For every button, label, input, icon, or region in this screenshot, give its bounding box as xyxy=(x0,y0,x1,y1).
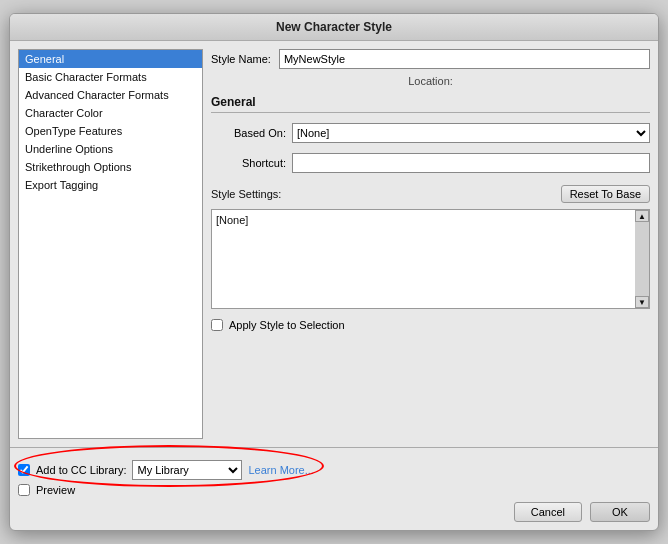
cc-library-row: Add to CC Library: My Library Learn More… xyxy=(18,456,650,484)
title-bar: New Character Style xyxy=(10,14,658,41)
dialog-body: General Basic Character Formats Advanced… xyxy=(10,41,658,447)
nav-list: General Basic Character Formats Advanced… xyxy=(18,49,203,439)
sidebar-item-basic-char-formats[interactable]: Basic Character Formats xyxy=(19,68,202,86)
sidebar-item-general[interactable]: General xyxy=(19,50,202,68)
apply-style-checkbox[interactable] xyxy=(211,319,223,331)
scroll-down-arrow[interactable]: ▼ xyxy=(635,296,649,308)
sidebar-item-advanced-char-formats[interactable]: Advanced Character Formats xyxy=(19,86,202,104)
sidebar-item-export-tagging[interactable]: Export Tagging xyxy=(19,176,202,194)
preview-label: Preview xyxy=(36,484,75,496)
style-settings-box: [None] ▲ ▼ xyxy=(211,209,650,309)
shortcut-input[interactable] xyxy=(292,153,650,173)
sidebar-item-character-color[interactable]: Character Color xyxy=(19,104,202,122)
left-panel: General Basic Character Formats Advanced… xyxy=(18,49,203,439)
bottom-section: Add to CC Library: My Library Learn More… xyxy=(10,447,658,496)
ok-button[interactable]: OK xyxy=(590,502,650,522)
dialog-title: New Character Style xyxy=(276,20,392,34)
cc-library-select[interactable]: My Library xyxy=(132,460,242,480)
style-name-label: Style Name: xyxy=(211,53,271,65)
scroll-track xyxy=(635,222,649,296)
learn-more-link[interactable]: Learn More... xyxy=(248,464,313,476)
bottom-area: Add to CC Library: My Library Learn More… xyxy=(10,447,658,530)
sidebar-item-opentype-features[interactable]: OpenType Features xyxy=(19,122,202,140)
style-name-row: Style Name: xyxy=(211,49,650,69)
based-on-label: Based On: xyxy=(211,127,286,139)
preview-checkbox[interactable] xyxy=(18,484,30,496)
style-name-input[interactable] xyxy=(279,49,650,69)
new-character-style-dialog: New Character Style General Basic Charac… xyxy=(9,13,659,531)
right-panel: Style Name: Location: General Based On: … xyxy=(211,49,650,439)
location-label: Location: xyxy=(408,75,453,87)
reset-to-base-button[interactable]: Reset To Base xyxy=(561,185,650,203)
cancel-button[interactable]: Cancel xyxy=(514,502,582,522)
style-settings-scrollbar[interactable]: ▲ ▼ xyxy=(635,210,649,308)
location-row: Location: xyxy=(211,75,650,87)
nav-wrapper: General Basic Character Formats Advanced… xyxy=(18,49,203,439)
style-settings-label-row: Style Settings: Reset To Base xyxy=(211,185,650,203)
shortcut-label: Shortcut: xyxy=(211,157,286,169)
apply-style-row: Apply Style to Selection xyxy=(211,319,650,331)
preview-row: Preview xyxy=(18,484,650,496)
section-title: General xyxy=(211,95,650,113)
buttons-row: Cancel OK xyxy=(10,496,658,530)
style-settings-label: Style Settings: xyxy=(211,188,281,200)
cc-library-label: Add to CC Library: xyxy=(36,464,126,476)
apply-style-label: Apply Style to Selection xyxy=(229,319,345,331)
shortcut-row: Shortcut: xyxy=(211,153,650,173)
based-on-select[interactable]: [None] xyxy=(292,123,650,143)
style-settings-wrapper: [None] ▲ ▼ xyxy=(211,209,650,309)
scroll-up-arrow[interactable]: ▲ xyxy=(635,210,649,222)
style-settings-content: [None] xyxy=(216,214,248,226)
cc-library-checkbox[interactable] xyxy=(18,464,30,476)
sidebar-item-underline-options[interactable]: Underline Options xyxy=(19,140,202,158)
based-on-row: Based On: [None] xyxy=(211,123,650,143)
sidebar-item-strikethrough-options[interactable]: Strikethrough Options xyxy=(19,158,202,176)
